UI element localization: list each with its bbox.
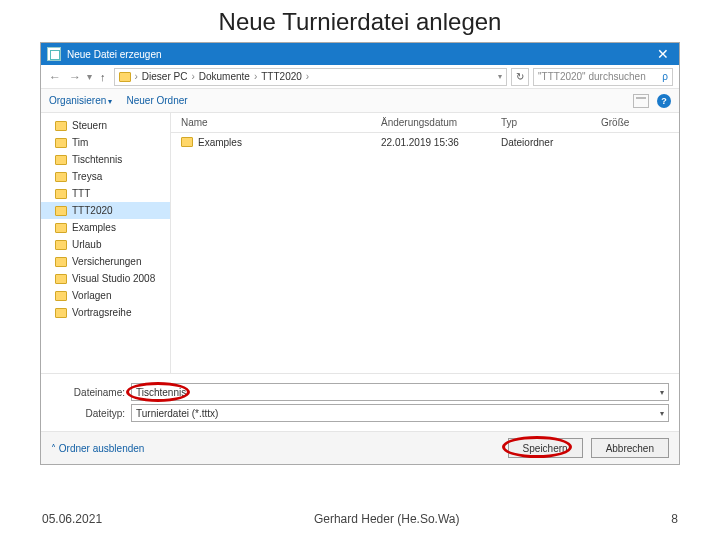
filetype-label: Dateityp: [51,408,131,419]
folder-tree: SteuernTimTischtennisTreysaTTTTTT2020Exa… [41,113,171,373]
col-type[interactable]: Typ [501,117,601,128]
tree-item[interactable]: TTT2020 [41,202,170,219]
refresh-button[interactable]: ↻ [511,68,529,86]
up-button[interactable]: ↑ [96,71,110,83]
tree-item[interactable]: Vortragsreihe [41,304,170,321]
folder-icon [55,138,67,148]
forward-button[interactable]: → [67,70,83,84]
filename-input[interactable]: Tischtennis ▾ [131,383,669,401]
close-icon[interactable]: ✕ [653,46,673,62]
tree-item[interactable]: Visual Studio 2008 [41,270,170,287]
tree-item[interactable]: Steuern [41,117,170,134]
slide-page: 8 [671,512,678,526]
back-button[interactable]: ← [47,70,63,84]
view-icon[interactable] [633,94,649,108]
breadcrumb[interactable]: TTT2020 [261,71,302,82]
chevron-down-icon[interactable]: ▾ [660,388,664,397]
tree-item[interactable]: Tim [41,134,170,151]
window-title: Neue Datei erzeugen [67,49,162,60]
tree-item[interactable]: TTT [41,185,170,202]
breadcrumb[interactable]: Dieser PC [142,71,188,82]
slide-title: Neue Turnierdatei anlegen [0,0,720,42]
folder-icon [55,206,67,216]
tree-item[interactable]: Vorlagen [41,287,170,304]
folder-icon [55,155,67,165]
folder-icon [119,72,131,82]
dialog-footer: Ordner ausblenden Speichern Abbrechen [41,431,679,464]
organize-button[interactable]: Organisieren [49,95,113,106]
hide-folders-link[interactable]: Ordner ausblenden [51,443,144,454]
folder-icon [55,308,67,318]
folder-icon [181,137,193,147]
new-folder-button[interactable]: Neuer Ordner [127,95,188,106]
search-input[interactable]: "TTT2020" durchsuchen ρ [533,68,673,86]
folder-icon [55,121,67,131]
folder-icon [55,291,67,301]
col-date[interactable]: Änderungsdatum [381,117,501,128]
tree-item[interactable]: Examples [41,219,170,236]
tree-item[interactable]: Tischtennis [41,151,170,168]
app-icon [47,47,61,61]
titlebar: Neue Datei erzeugen ✕ [41,43,679,65]
folder-icon [55,172,67,182]
save-dialog: Neue Datei erzeugen ✕ ← → ▾ ↑ › Dieser P… [40,42,680,465]
search-icon: ρ [662,71,668,82]
slide-author: Gerhard Heder (He.So.Wa) [102,512,671,526]
folder-icon [55,257,67,267]
toolbar: Organisieren Neuer Ordner ? [41,89,679,113]
file-row[interactable]: Examples22.01.2019 15:36Dateiordner [171,133,679,151]
chevron-down-icon[interactable]: ▾ [660,409,664,418]
save-button[interactable]: Speichern [508,438,583,458]
folder-icon [55,189,67,199]
help-icon[interactable]: ? [657,94,671,108]
file-list: Name Änderungsdatum Typ Größe Examples22… [171,113,679,373]
tree-item[interactable]: Urlaub [41,236,170,253]
nav-row: ← → ▾ ↑ › Dieser PC › Dokumente › TTT202… [41,65,679,89]
folder-icon [55,223,67,233]
slide-footer: 05.06.2021 Gerhard Heder (He.So.Wa) 8 [0,512,720,526]
col-name[interactable]: Name [181,117,381,128]
filename-label: Dateiname: [51,387,131,398]
folder-icon [55,274,67,284]
bottom-panel: Dateiname: Tischtennis ▾ Dateityp: Turni… [41,373,679,431]
column-headers: Name Änderungsdatum Typ Größe [171,113,679,133]
col-size[interactable]: Größe [601,117,661,128]
filetype-select[interactable]: Turnierdatei (*.tttx) ▾ [131,404,669,422]
slide-date: 05.06.2021 [42,512,102,526]
address-bar[interactable]: › Dieser PC › Dokumente › TTT2020 › ▾ [114,68,508,86]
folder-icon [55,240,67,250]
tree-item[interactable]: Versicherungen [41,253,170,270]
tree-item[interactable]: Treysa [41,168,170,185]
breadcrumb[interactable]: Dokumente [199,71,250,82]
cancel-button[interactable]: Abbrechen [591,438,669,458]
